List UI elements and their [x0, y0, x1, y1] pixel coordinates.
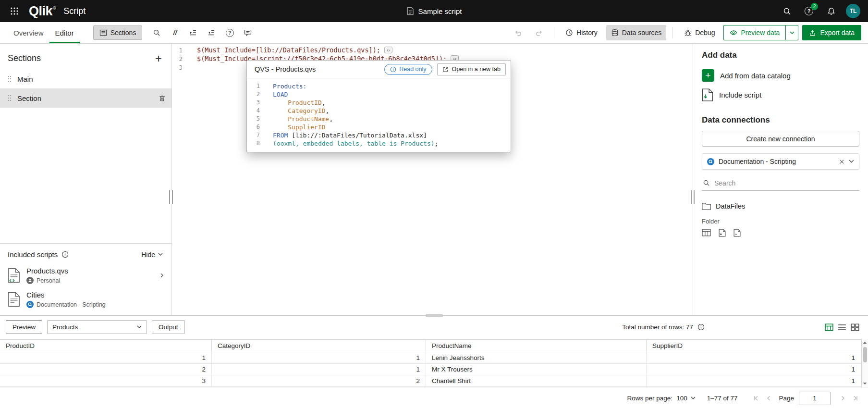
- tab-editor[interactable]: Editor: [49, 22, 80, 43]
- topbar-right: ? 2 TL: [779, 3, 868, 19]
- cell: 1: [0, 352, 212, 363]
- eye-icon: [730, 29, 737, 37]
- sections-toggle-button[interactable]: Sections: [93, 25, 143, 40]
- sidebar-resize-handle[interactable]: [169, 190, 173, 204]
- panel-resize-handle[interactable]: [691, 190, 695, 204]
- select-data-button[interactable]: [702, 229, 711, 237]
- trash-icon: [159, 95, 166, 102]
- grid-icon: [10, 7, 19, 15]
- info-icon[interactable]: [697, 323, 705, 331]
- debug-button[interactable]: Debug: [679, 25, 720, 40]
- user-avatar[interactable]: TL: [846, 4, 860, 18]
- include-script-icon: [702, 88, 713, 101]
- card-view-button[interactable]: [851, 323, 859, 331]
- info-icon[interactable]: [61, 251, 69, 258]
- script-code-editor[interactable]: 1 $(Must_Include=[lib://DataFiles/Produc…: [172, 44, 693, 315]
- annotation-button[interactable]: [239, 25, 257, 40]
- card-view-icon: [851, 323, 859, 331]
- column-header-productname[interactable]: ProductName: [426, 340, 647, 352]
- column-header-supplierid[interactable]: SupplierID: [647, 340, 861, 352]
- hide-included-scripts-button[interactable]: Hide: [141, 251, 163, 259]
- script-source: Documentation - Scripting: [26, 301, 106, 308]
- history-button[interactable]: History: [561, 25, 602, 40]
- first-page-button[interactable]: [750, 392, 762, 405]
- table-scrollbar[interactable]: [861, 339, 868, 387]
- column-header-categoryid[interactable]: CategoryID: [212, 340, 426, 352]
- chevron-down-icon[interactable]: [849, 160, 854, 163]
- list-view-button[interactable]: [838, 323, 846, 331]
- delete-section-button[interactable]: [159, 95, 166, 102]
- create-connection-button[interactable]: Create new connection: [702, 131, 859, 147]
- table-select[interactable]: Products: [47, 320, 147, 334]
- search-input[interactable]: [714, 179, 858, 187]
- chevron-down-icon: [137, 325, 142, 329]
- include-script-icon: [719, 229, 726, 237]
- scroll-up-arrow[interactable]: [862, 339, 868, 346]
- app-launcher-button[interactable]: [7, 3, 22, 19]
- document-title-group[interactable]: Sample script: [406, 7, 462, 15]
- data-sources-button[interactable]: Data sources: [606, 25, 666, 40]
- section-item-main[interactable]: Main: [0, 69, 171, 88]
- preview-data-button-group: Preview data: [723, 25, 798, 40]
- scrollbar-thumb[interactable]: [863, 347, 867, 362]
- preview-data-button[interactable]: Preview data: [724, 25, 785, 40]
- find-replace-button[interactable]: [148, 25, 165, 40]
- datafiles-folder-row[interactable]: DataFiles: [702, 200, 859, 212]
- outdent-icon: [208, 29, 215, 37]
- add-section-button[interactable]: +: [155, 54, 162, 63]
- section-item-section[interactable]: Section: [0, 88, 171, 108]
- help-button[interactable]: ? 2: [802, 4, 816, 18]
- included-script-products[interactable]: Products.qvs Personal: [0, 263, 171, 287]
- global-search-button[interactable]: [779, 3, 795, 19]
- clear-connection-button[interactable]: [839, 159, 844, 164]
- code-line-1[interactable]: 1 $(Must_Include=[lib://DataFiles/Produc…: [172, 46, 693, 54]
- chevron-right-icon[interactable]: [159, 272, 165, 279]
- tab-overview[interactable]: Overview: [8, 22, 49, 43]
- chevron-down-icon: [158, 253, 163, 256]
- read-only-badge: Read only: [384, 64, 432, 75]
- rows-per-page-select[interactable]: 100: [676, 395, 696, 402]
- last-page-button[interactable]: [849, 392, 861, 405]
- data-connections-title: Data connections: [702, 115, 859, 125]
- drag-handle-icon[interactable]: [8, 75, 12, 82]
- include-script-button[interactable]: Include script: [702, 85, 761, 105]
- drag-handle-icon[interactable]: [8, 95, 12, 101]
- connection-select[interactable]: Documentation - Scripting: [702, 153, 859, 170]
- help-badge: 2: [811, 3, 818, 10]
- table-view-button[interactable]: [825, 323, 833, 331]
- comment-button[interactable]: //: [166, 25, 183, 40]
- preview-data-dropdown-button[interactable]: [785, 25, 798, 40]
- add-from-catalog-button[interactable]: + Add from data catalog: [702, 66, 791, 85]
- preview-tab-button[interactable]: Preview: [6, 320, 42, 334]
- inline-include-chip[interactable]: ‹›: [384, 47, 392, 53]
- include-script-file-button[interactable]: [719, 229, 726, 237]
- indent-button[interactable]: [184, 25, 202, 40]
- syntax-help-button[interactable]: ?: [221, 25, 238, 40]
- outdent-button[interactable]: [203, 25, 220, 40]
- column-header-productid[interactable]: ProductID: [0, 340, 212, 352]
- panel-split-handle[interactable]: [426, 314, 443, 317]
- qlik-script-editor: Qlik® Script Sample script ? 2 TL O: [0, 0, 868, 409]
- popup-line-6: 6 SupplierID: [247, 123, 511, 131]
- included-script-cities[interactable]: Cities Documentation - Scripting: [0, 287, 171, 311]
- previous-page-button[interactable]: [762, 392, 775, 405]
- open-new-tab-button[interactable]: Open in a new tab: [437, 63, 506, 75]
- open-new-tab-icon: [442, 66, 449, 73]
- included-scripts-panel: Included scripts Hide Products.qvs: [0, 243, 171, 315]
- preview-toolbar: Preview Products Output Total number of …: [6, 320, 862, 334]
- undo-button[interactable]: [509, 25, 526, 40]
- connection-name: Documentation - Scripting: [719, 158, 835, 165]
- add-data-panel: Add data + Add from data catalog Include…: [693, 44, 868, 315]
- undo-icon: [514, 29, 522, 37]
- qvs-preview-popup: QVS - Products.qvs Read only Open in a n…: [246, 60, 511, 152]
- export-data-button[interactable]: Export data: [802, 25, 861, 40]
- scroll-down-arrow[interactable]: [862, 380, 868, 387]
- page-number-input[interactable]: [799, 392, 831, 405]
- insert-script-button[interactable]: [734, 229, 741, 237]
- next-page-button[interactable]: [836, 392, 849, 405]
- cell: 1: [647, 375, 861, 386]
- connection-icon: [707, 158, 714, 165]
- output-tab-button[interactable]: Output: [152, 320, 185, 334]
- notifications-button[interactable]: [823, 3, 839, 19]
- redo-button[interactable]: [530, 25, 548, 40]
